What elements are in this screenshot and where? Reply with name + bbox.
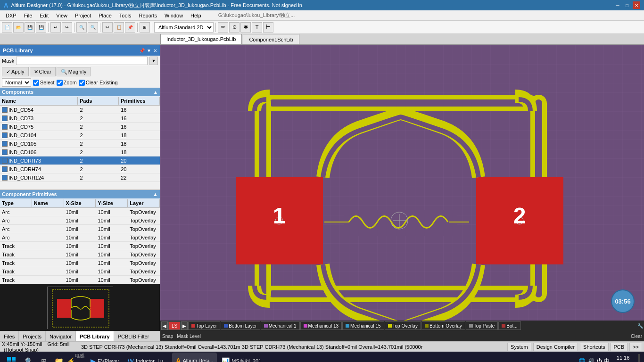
menu-edit[interactable]: Edit — [36, 12, 52, 19]
menu-window[interactable]: Window — [161, 12, 187, 19]
prim-row-7[interactable]: Track 10mil 10mil TopOverlay — [0, 267, 160, 276]
comp-row-7[interactable]: IND_CDRH74 2 20 — [0, 165, 160, 173]
taskbar-app-altium[interactable]: A Altium Desi... — [172, 353, 217, 362]
pcb-canvas[interactable]: 1 2 — [160, 45, 644, 341]
prim-row-6[interactable]: Track 10mil 10mil TopOverlay — [0, 259, 160, 267]
panel-close-btn[interactable]: ✕ — [153, 48, 157, 53]
mask-dropdown-btn[interactable]: ▼ — [149, 57, 158, 65]
panel-menu-btn[interactable]: ▼ — [147, 48, 151, 53]
tab-schlib[interactable]: Component.SchLib — [243, 34, 299, 44]
layer-clear-btn[interactable]: Clear — [631, 334, 642, 339]
tray-icon-power[interactable]: ⏻ — [596, 358, 602, 362]
prim-row-0[interactable]: Arc 10mil 10mil TopOverlay — [0, 208, 160, 216]
tray-icon-lang[interactable]: 中 — [604, 357, 610, 362]
menu-file[interactable]: File — [20, 12, 36, 19]
layer-scroll-right[interactable]: ▶ — [181, 321, 188, 330]
taskbar-taskview-btn[interactable]: ⊞ — [37, 353, 51, 362]
tray-show-desktop[interactable] — [638, 354, 640, 362]
prim-row-5[interactable]: Track 10mil 10mil TopOverlay — [0, 250, 160, 259]
pcb-btn[interactable]: PCB — [611, 343, 628, 351]
toolbar-zoom-out-btn[interactable]: 🔍 — [88, 22, 98, 33]
comp-row-8[interactable]: IND_CDRH124 2 22 — [0, 173, 160, 182]
toolbar-redo-btn[interactable]: ↪ — [62, 22, 72, 33]
clear-existing-checkbox[interactable] — [79, 80, 85, 86]
mask-level-btn[interactable]: Mask Level — [177, 334, 201, 339]
panel-pin-btn[interactable]: 📌 — [139, 48, 145, 53]
layer-tab-bot[interactable]: Bot... — [498, 321, 520, 330]
layer-tab-mech15[interactable]: Mechanical 15 — [342, 321, 384, 330]
select-checkbox[interactable] — [33, 80, 39, 86]
zoom-option[interactable]: Zoom — [57, 80, 77, 86]
toolbar-circle-btn[interactable]: ⊙ — [229, 22, 239, 33]
minimize-button[interactable]: ─ — [614, 1, 621, 9]
comp-row-2[interactable]: IND_CD75 2 16 — [0, 123, 160, 131]
design-compiler-btn[interactable]: Design Compiler — [533, 343, 578, 351]
layer-tab-topoverlay[interactable]: Top Overlay — [385, 321, 421, 330]
layer-tab-mech1[interactable]: Mechanical 1 — [261, 321, 300, 330]
system-btn[interactable]: System — [507, 343, 531, 351]
comp-row-3[interactable]: IND_CD104 2 18 — [0, 131, 160, 140]
toolbar-dim-btn[interactable]: ⊢ — [263, 22, 273, 33]
more-btn[interactable]: >> — [629, 343, 642, 351]
toolbar-text-btn[interactable]: T — [252, 22, 262, 33]
taskbar-app-inductor[interactable]: W Inductor_Lu... — [124, 353, 172, 362]
tab-navigator[interactable]: Navigator — [46, 331, 76, 342]
taskbar-elec-btn[interactable]: ⚡ 电感——luk... — [67, 353, 86, 362]
start-button[interactable] — [2, 353, 21, 362]
layer-tab-ls[interactable]: LS — [168, 321, 181, 330]
prim-row-3[interactable]: Arc 10mil 10mil TopOverlay — [0, 233, 160, 242]
taskbar-app-ms[interactable]: 📊 MS系列_201... — [218, 353, 269, 362]
layer-tab-mech13[interactable]: Mechanical 13 — [300, 321, 342, 330]
toolbar-zoom-in-btn[interactable]: 🔍 — [76, 22, 87, 33]
prim-row-1[interactable]: Arc 10mil 10mil TopOverlay — [0, 216, 160, 225]
tab-projects[interactable]: Projects — [19, 331, 46, 342]
menu-project[interactable]: Project — [71, 12, 95, 19]
taskbar-app-evplayer[interactable]: ▶ EVPlayer — [87, 353, 123, 362]
style-dropdown[interactable]: Altium Standard 2D — [154, 22, 214, 33]
apply-button[interactable]: ✓ Apply — [2, 67, 29, 76]
select-option[interactable]: Select — [33, 80, 55, 86]
tab-files[interactable]: Files — [0, 331, 19, 342]
mask-input[interactable] — [16, 57, 148, 65]
layer-tab-botoverlay[interactable]: Bottom Overlay — [421, 321, 465, 330]
toolbar-cut-btn[interactable]: ✂ — [102, 22, 113, 33]
zoom-checkbox[interactable] — [57, 80, 63, 86]
taskbar-clock[interactable]: 11:16 2020/8/23 — [611, 354, 635, 362]
comp-row-6[interactable]: IND_CDRH73 2 20 — [0, 156, 160, 165]
prim-row-2[interactable]: Arc 10mil 10mil TopOverlay — [0, 225, 160, 233]
comp-scroll-btn[interactable]: ▲ — [153, 90, 158, 95]
layer-more-btn[interactable]: 🔧 — [637, 323, 643, 329]
toolbar-save-btn[interactable]: 💾 — [25, 22, 35, 33]
tray-icon-network[interactable]: 🌐 — [578, 358, 586, 362]
toolbar-save-all-btn[interactable]: 💾 — [36, 22, 46, 33]
toolbar-grid-btn[interactable]: ⊞ — [140, 22, 150, 33]
toolbar-new-btn[interactable]: 📄 — [2, 22, 12, 33]
comp-row-5[interactable]: IND_CD106 2 18 — [0, 148, 160, 156]
toolbar-pen-btn[interactable]: ✏ — [218, 22, 228, 33]
toolbar-open-btn[interactable]: 📂 — [13, 22, 24, 33]
layer-tab-bottom[interactable]: Bottom Layer — [221, 321, 260, 330]
tab-pcblib-filter[interactable]: PCBLIB Filter — [114, 331, 153, 342]
comp-row-0[interactable]: IND_CD54 2 16 — [0, 106, 160, 114]
layer-tab-top[interactable]: Top Layer — [188, 321, 220, 330]
menu-help[interactable]: Help — [187, 12, 205, 19]
toolbar-copy-btn[interactable]: 📋 — [114, 22, 124, 33]
close-button[interactable]: ✕ — [633, 1, 640, 9]
prim-row-4[interactable]: Track 10mil 10mil TopOverlay — [0, 242, 160, 250]
layer-tab-toppaste[interactable]: Top Paste — [466, 321, 498, 330]
maximize-button[interactable]: □ — [623, 1, 631, 9]
menu-view[interactable]: View — [52, 12, 71, 19]
taskbar-search-btn[interactable]: 🔍 — [22, 353, 36, 362]
menu-dxp[interactable]: DXP — [2, 12, 20, 19]
tray-icon-sound[interactable]: 🔊 — [587, 358, 594, 362]
taskbar-files-btn[interactable]: 📁 — [52, 353, 66, 362]
clear-existing-option[interactable]: Clear Existing — [79, 80, 118, 86]
comp-row-1[interactable]: IND_CD73 2 16 — [0, 114, 160, 123]
comp-row-4[interactable]: IND_CD105 2 18 — [0, 140, 160, 148]
clear-button[interactable]: ✕ Clear — [30, 67, 56, 76]
layer-scroll-left[interactable]: ◀ — [161, 321, 168, 330]
menu-tools[interactable]: Tools — [116, 12, 135, 19]
toolbar-paste-btn[interactable]: 📌 — [125, 22, 135, 33]
snap-btn[interactable]: Snap — [162, 334, 173, 339]
normal-dropdown[interactable]: Normal — [2, 78, 31, 87]
